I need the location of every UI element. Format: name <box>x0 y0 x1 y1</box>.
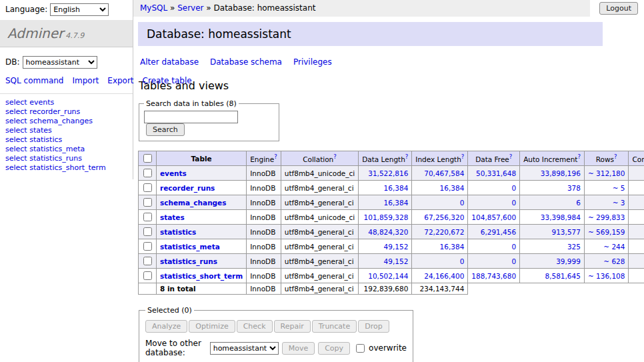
overwrite-label: overwrite <box>369 343 407 353</box>
cell-rows: ~ 299,833 <box>584 210 629 225</box>
cell-comment <box>629 166 644 181</box>
bulk-repair-button[interactable]: Repair <box>274 320 311 333</box>
cell-index-length: 67,256,320 <box>412 210 468 225</box>
table-name-link[interactable]: recorder_runs <box>160 184 215 192</box>
cell-table-name: states <box>157 210 247 225</box>
row-checkbox[interactable] <box>143 227 152 236</box>
search-input[interactable] <box>144 111 238 123</box>
sidebar-link[interactable]: Create table <box>143 76 192 85</box>
rows-count-link[interactable]: ~ 244 <box>603 243 625 251</box>
doc-link[interactable]: ? <box>405 153 409 160</box>
sidebar-table-link[interactable]: recorder_runs <box>29 107 80 116</box>
search-button[interactable]: Search <box>146 123 185 136</box>
logout-button[interactable]: Logout <box>599 2 638 15</box>
select-table-link[interactable]: select <box>5 126 27 135</box>
table-name-link[interactable]: states <box>160 213 185 221</box>
row-checkbox[interactable] <box>143 213 152 221</box>
language-select[interactable]: English <box>50 3 109 16</box>
rows-count-link[interactable]: ~ 3 <box>613 199 625 207</box>
sidebar-table-link[interactable]: states <box>29 126 52 135</box>
db-action-link[interactable]: Alter database <box>140 57 199 67</box>
row-checkbox[interactable] <box>143 242 152 251</box>
rows-count-link[interactable]: ~ 136,108 <box>588 272 625 280</box>
sidebar-table-link[interactable]: statistics_short_term <box>29 163 105 172</box>
cell-auto-increment: 378 <box>520 181 585 195</box>
sidebar-link[interactable]: Export <box>107 76 133 85</box>
sidebar-table-item: select statistics_meta <box>5 145 127 154</box>
row-checkbox[interactable] <box>143 183 152 192</box>
select-table-link[interactable]: select <box>5 145 27 153</box>
move-db-select[interactable]: homeassistant <box>210 342 279 355</box>
rows-count-link[interactable]: ~ 312,180 <box>588 169 625 177</box>
doc-link[interactable]: ? <box>333 153 337 160</box>
select-table-link[interactable]: select <box>5 135 27 144</box>
table-name-link[interactable]: statistics_runs <box>160 257 217 265</box>
table-name-link[interactable]: statistics <box>160 228 196 236</box>
sidebar-table-link[interactable]: statistics_meta <box>29 145 85 153</box>
row-checkbox-cell <box>139 195 157 210</box>
select-table-link[interactable]: select <box>5 163 27 172</box>
search-fieldset: Search data in tables (8) Search <box>139 99 279 141</box>
rows-count-link[interactable]: ~ 628 <box>603 257 625 265</box>
doc-link[interactable]: ? <box>614 153 617 160</box>
row-checkbox-cell <box>139 181 157 195</box>
rows-count-link[interactable]: ~ 569,159 <box>588 228 625 236</box>
table-name-link[interactable]: statistics_meta <box>160 243 220 251</box>
sidebar-table-link[interactable]: schema_changes <box>29 117 93 125</box>
table-name-link[interactable]: schema_changes <box>160 199 227 207</box>
cell-collation: utf8mb4_unicode_ci <box>281 166 358 181</box>
breadcrumb-item[interactable]: MySQL <box>140 3 167 13</box>
db-action-link[interactable]: Privileges <box>293 57 332 67</box>
cell-data-length: 16,384 <box>359 195 412 210</box>
row-checkbox-cell <box>139 166 157 181</box>
column-label: Table <box>191 155 212 163</box>
total-label: 8 in total <box>157 283 247 295</box>
sidebar-table-link[interactable]: statistics <box>29 135 62 144</box>
cell-data-free: 6,291,456 <box>468 225 520 239</box>
select-table-link[interactable]: select <box>5 117 27 125</box>
select-table-link[interactable]: select <box>5 107 27 116</box>
bulk-analyze-button[interactable]: Analyze <box>145 320 187 333</box>
table-row: statistics_metaInnoDButf8mb4_general_ci4… <box>139 239 644 254</box>
bulk-drop-button[interactable]: Drop <box>358 320 389 333</box>
sidebar-table-link[interactable]: events <box>29 98 54 107</box>
sidebar-link[interactable]: SQL command <box>5 76 63 85</box>
rows-count-link[interactable]: ~ 299,833 <box>588 213 625 221</box>
table-name-link[interactable]: events <box>160 169 187 177</box>
row-checkbox[interactable] <box>143 271 152 280</box>
table-name-link[interactable]: statistics_short_term <box>160 272 243 280</box>
cell-comment <box>629 195 644 210</box>
bulk-optimize-button[interactable]: Optimize <box>189 320 235 333</box>
move-button[interactable]: Move <box>282 342 315 355</box>
sidebar-link[interactable]: Import <box>72 76 99 85</box>
select-all-checkbox[interactable] <box>143 154 152 163</box>
cell-data-length: 31,522,816 <box>359 166 412 181</box>
db-select[interactable]: homeassistant <box>23 56 97 69</box>
cell-collation: utf8mb4_general_ci <box>281 239 358 254</box>
cell-data-length: 10,502,144 <box>359 269 412 283</box>
copy-button[interactable]: Copy <box>318 342 350 355</box>
db-action-link[interactable]: Database schema <box>210 57 282 67</box>
bulk-check-button[interactable]: Check <box>237 320 273 333</box>
cell-collation: utf8mb4_general_ci <box>281 181 358 195</box>
cell-data-length: 101,859,328 <box>359 210 412 225</box>
cell-auto-increment: 325 <box>520 239 585 254</box>
doc-link[interactable]: ? <box>509 153 513 160</box>
doc-link[interactable]: ? <box>461 153 465 160</box>
doc-link[interactable]: ? <box>274 153 277 160</box>
bulk-truncate-button[interactable]: Truncate <box>312 320 357 333</box>
rows-count-link[interactable]: ~ 5 <box>613 184 625 192</box>
doc-link[interactable]: ? <box>577 153 581 160</box>
overwrite-checkbox[interactable] <box>356 344 365 353</box>
row-checkbox[interactable] <box>143 198 152 207</box>
sidebar-table-link[interactable]: statistics_runs <box>29 154 82 163</box>
column-header: Rows? <box>584 151 629 166</box>
breadcrumb-item[interactable]: Server <box>177 3 203 13</box>
row-checkbox[interactable] <box>143 169 152 177</box>
row-checkbox[interactable] <box>143 257 152 265</box>
total-engine: InnoDB <box>247 283 281 295</box>
select-table-link[interactable]: select <box>5 98 27 107</box>
select-table-link[interactable]: select <box>5 154 27 163</box>
table-row: eventsInnoDButf8mb4_unicode_ci31,522,816… <box>139 166 644 181</box>
search-legend: Search data in tables (8) <box>144 99 239 108</box>
